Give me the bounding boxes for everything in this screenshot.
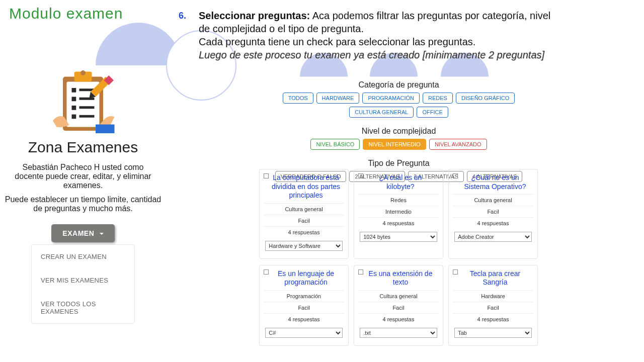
zone-desc-2: Puede establecer un tiempo limite, canti… — [0, 195, 166, 224]
svg-rect-6 — [72, 97, 76, 102]
menu-crear-examen[interactable]: CREAR UN EXAMEN — [32, 245, 134, 268]
question-answer-select[interactable]: Adobe Creator — [454, 232, 532, 242]
instruction-italic: Luego de este proceso tu examen ya está … — [199, 49, 544, 60]
question-checkbox[interactable] — [453, 269, 458, 275]
svg-rect-9 — [79, 106, 95, 109]
app-title: Modulo examen — [9, 5, 123, 22]
question-card: Es un lenguaje de programaciónProgramaci… — [259, 265, 349, 346]
zone-desc-1: Sebastián Pacheco H usted como docente p… — [0, 163, 166, 195]
question-title: ¿Cuál no es un Sistema Operativo? — [453, 173, 533, 194]
question-responses: 4 respuestas — [453, 313, 533, 325]
question-card: Es una extensión de textoCultura general… — [354, 265, 443, 346]
question-checkbox[interactable] — [264, 269, 269, 275]
category-label: Categoría de pregunta — [262, 80, 536, 89]
level-label: Nivel de complejidad — [262, 127, 536, 136]
instruction-block: 6. Seleccionar preguntas: Aca podemos fi… — [179, 9, 551, 61]
question-level: Facil — [358, 302, 439, 313]
question-title: Es un lenguaje de programación — [264, 269, 344, 290]
question-title: Tecla para crear Sangría — [453, 269, 533, 290]
category-pill[interactable]: CULTURA GENERAL — [349, 107, 414, 118]
question-category: Cultura general — [453, 194, 533, 206]
question-category: Cultura general — [358, 290, 439, 302]
questions-grid: La computadora está dividida en dos part… — [259, 169, 541, 346]
svg-rect-10 — [72, 115, 76, 119]
svg-rect-7 — [79, 98, 95, 100]
question-answer-select[interactable]: 1024 bytes — [360, 232, 437, 242]
category-pill[interactable]: PROGRAMACIÓN — [362, 93, 420, 104]
question-responses: 4 respuestas — [358, 313, 439, 325]
category-pill[interactable]: OFFICE — [417, 107, 448, 118]
question-checkbox[interactable] — [358, 173, 363, 178]
question-responses: 4 respuestas — [453, 217, 533, 229]
question-checkbox[interactable] — [453, 173, 458, 178]
svg-rect-4 — [72, 88, 76, 93]
type-label: Tipo de Pregunta — [262, 159, 536, 168]
examen-button[interactable]: EXAMEN — [51, 224, 114, 242]
svg-rect-11 — [79, 115, 95, 118]
question-level: Facil — [264, 302, 344, 313]
question-card: ¿Cuál no es un Sistema Operativo?Cultura… — [448, 169, 538, 259]
question-category: Programación — [264, 290, 344, 302]
category-pill[interactable]: DISEÑO GRÁFICO — [456, 93, 515, 104]
question-answer-select[interactable]: .txt — [360, 328, 437, 338]
question-title: ¿A cuál es un kilobyte? — [358, 173, 439, 194]
question-card: Tecla para crear SangríaHardwareFacil4 r… — [448, 265, 538, 346]
svg-rect-12 — [96, 125, 115, 134]
examen-button-label: EXAMEN — [62, 229, 94, 237]
question-answer-select[interactable]: Hardware y Software — [265, 241, 343, 251]
question-responses: 4 respuestas — [358, 217, 439, 229]
question-level: Intermedio — [358, 206, 439, 217]
sidebar: Zona Examenes Sebastián Pacheco H usted … — [0, 65, 166, 324]
question-answer-select[interactable]: C# — [265, 328, 343, 338]
question-category: Redes — [358, 194, 439, 206]
question-category: Cultura general — [264, 203, 344, 215]
question-responses: 4 respuestas — [264, 226, 344, 238]
instruction-line2: Cada pregunta tiene un check para selecc… — [199, 36, 475, 47]
category-pill[interactable]: TODOS — [283, 93, 313, 104]
examen-dropdown: CREAR UN EXAMEN VER MIS EXAMENES VER TOD… — [31, 244, 135, 324]
svg-point-3 — [80, 70, 86, 75]
step-number: 6. — [179, 10, 186, 22]
question-title: La computadora está dividida en dos part… — [264, 173, 344, 203]
level-pill[interactable]: NIVEL BÁSICO — [310, 139, 360, 150]
menu-ver-todos-examenes[interactable]: VER TODOS LOS EXAMENES — [32, 292, 134, 323]
zone-title: Zona Examenes — [0, 139, 166, 156]
level-pill[interactable]: NIVEL AVANZADO — [429, 139, 487, 150]
chevron-down-icon — [100, 233, 104, 235]
question-responses: 4 respuestas — [264, 313, 344, 325]
question-checkbox[interactable] — [264, 173, 269, 178]
svg-rect-8 — [72, 106, 76, 110]
instruction-bold: Seleccionar preguntas: — [199, 10, 310, 21]
question-level: Facil — [453, 302, 533, 313]
category-pill[interactable]: REDES — [423, 93, 453, 104]
question-category: Hardware — [453, 290, 533, 302]
question-level: Facil — [453, 206, 533, 217]
menu-ver-mis-examenes[interactable]: VER MIS EXAMENES — [32, 268, 134, 292]
clipboard-icon — [45, 65, 121, 136]
question-answer-select[interactable]: Tab — [454, 328, 532, 338]
level-pill[interactable]: NIVEL INTERMEDIO — [363, 139, 426, 150]
category-pill[interactable]: HARDWARE — [316, 93, 360, 104]
question-card: La computadora está dividida en dos part… — [259, 169, 349, 259]
question-checkbox[interactable] — [358, 269, 363, 275]
question-title: Es una extensión de texto — [358, 269, 439, 290]
question-card: ¿A cuál es un kilobyte?RedesIntermedio4 … — [354, 169, 443, 259]
question-level: Facil — [264, 215, 344, 226]
